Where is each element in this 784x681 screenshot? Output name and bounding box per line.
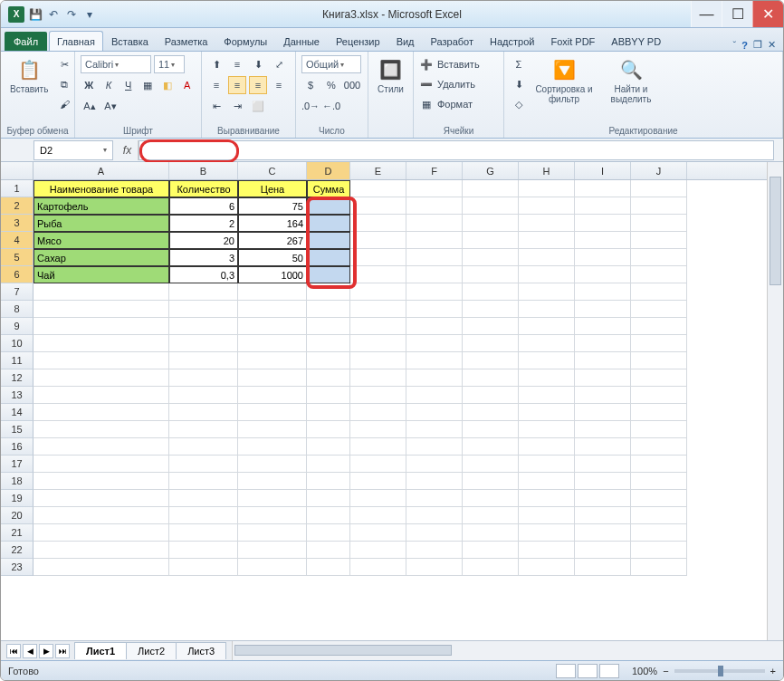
cell-C6[interactable]: 1000 — [238, 266, 307, 283]
cell-F11[interactable] — [406, 352, 463, 369]
cell-G20[interactable] — [463, 507, 519, 524]
cell-H1[interactable] — [519, 180, 575, 197]
cell-G3[interactable] — [463, 215, 519, 232]
cell-G8[interactable] — [463, 301, 519, 318]
name-box[interactable]: D2▾ — [33, 140, 113, 160]
cell-D15[interactable] — [307, 421, 350, 438]
cell-G17[interactable] — [463, 456, 519, 473]
cell-F7[interactable] — [406, 283, 463, 301]
normal-view-button[interactable] — [556, 664, 576, 678]
column-header-J[interactable]: J — [631, 162, 687, 179]
cell-C8[interactable] — [238, 301, 307, 318]
cell-F5[interactable] — [406, 249, 463, 266]
zoom-level[interactable]: 100% — [632, 666, 657, 676]
increase-indent-button[interactable]: ⇥ — [228, 97, 246, 115]
cell-C9[interactable] — [238, 318, 307, 335]
merge-button[interactable]: ⬜ — [249, 97, 267, 115]
cell-I5[interactable] — [575, 249, 631, 266]
align-left-button[interactable]: ≡ — [207, 76, 225, 94]
cell-J14[interactable] — [631, 404, 687, 421]
cell-I22[interactable] — [575, 542, 631, 559]
cell-G16[interactable] — [463, 438, 519, 456]
cell-J19[interactable] — [631, 490, 687, 507]
cell-C12[interactable] — [238, 369, 307, 387]
cell-A16[interactable] — [33, 438, 169, 456]
cell-I15[interactable] — [575, 421, 631, 438]
cell-E15[interactable] — [350, 421, 406, 438]
row-header-1[interactable]: 1 — [1, 180, 33, 197]
cell-D7[interactable] — [307, 283, 350, 301]
close-button[interactable]: ✕ — [752, 1, 783, 27]
find-select-button[interactable]: 🔍 Найти и выделить — [600, 55, 662, 106]
cell-G4[interactable] — [463, 232, 519, 249]
cell-A22[interactable] — [33, 542, 169, 559]
cell-B10[interactable] — [169, 335, 238, 352]
cell-C3[interactable]: 164 — [238, 215, 307, 232]
underline-button[interactable]: Ч — [120, 76, 137, 94]
cell-D12[interactable] — [307, 369, 350, 387]
row-header-9[interactable]: 9 — [1, 318, 33, 335]
cell-A19[interactable] — [33, 490, 169, 507]
cell-B15[interactable] — [169, 421, 238, 438]
cell-C11[interactable] — [238, 352, 307, 369]
grid[interactable]: 1Наименование товараКоличествоЦенаСумма2… — [1, 180, 783, 576]
undo-icon[interactable]: ↶ — [46, 7, 61, 22]
cell-E23[interactable] — [350, 559, 406, 576]
cell-C5[interactable]: 50 — [238, 249, 307, 266]
cell-J12[interactable] — [631, 369, 687, 387]
row-header-23[interactable]: 23 — [1, 559, 33, 576]
currency-button[interactable]: $ — [301, 76, 320, 94]
cell-A8[interactable] — [33, 301, 169, 318]
cell-B4[interactable]: 20 — [169, 232, 238, 249]
cell-C20[interactable] — [238, 507, 307, 524]
help-icon[interactable]: ? — [741, 40, 748, 51]
cell-D14[interactable] — [307, 404, 350, 421]
cell-J4[interactable] — [631, 232, 687, 249]
cell-C23[interactable] — [238, 559, 307, 576]
cell-H17[interactable] — [519, 456, 575, 473]
column-header-A[interactable]: A — [33, 162, 169, 179]
cell-E12[interactable] — [350, 369, 406, 387]
cell-J9[interactable] — [631, 318, 687, 335]
cell-J8[interactable] — [631, 301, 687, 318]
cell-H6[interactable] — [519, 266, 575, 283]
cell-G5[interactable] — [463, 249, 519, 266]
row-header-14[interactable]: 14 — [1, 404, 33, 421]
cell-C18[interactable] — [238, 473, 307, 490]
cell-G11[interactable] — [463, 352, 519, 369]
cell-J23[interactable] — [631, 559, 687, 576]
row-header-19[interactable]: 19 — [1, 490, 33, 507]
cell-I13[interactable] — [575, 387, 631, 404]
cell-D11[interactable] — [307, 352, 350, 369]
cell-C14[interactable] — [238, 404, 307, 421]
cell-I23[interactable] — [575, 559, 631, 576]
cell-J2[interactable] — [631, 197, 687, 215]
cell-F21[interactable] — [406, 524, 463, 542]
zoom-slider[interactable] — [674, 669, 765, 673]
cell-I11[interactable] — [575, 352, 631, 369]
cell-G14[interactable] — [463, 404, 519, 421]
cell-G1[interactable] — [463, 180, 519, 197]
cell-D19[interactable] — [307, 490, 350, 507]
cell-G7[interactable] — [463, 283, 519, 301]
restore-window-icon[interactable]: ❐ — [753, 39, 762, 51]
align-middle-button[interactable]: ≡ — [228, 55, 246, 73]
cell-E6[interactable] — [350, 266, 406, 283]
column-header-D[interactable]: D — [307, 162, 350, 179]
cell-D17[interactable] — [307, 456, 350, 473]
cell-H4[interactable] — [519, 232, 575, 249]
cell-H3[interactable] — [519, 215, 575, 232]
cell-E8[interactable] — [350, 301, 406, 318]
row-header-4[interactable]: 4 — [1, 232, 33, 249]
row-header-8[interactable]: 8 — [1, 301, 33, 318]
sheet-tab-1[interactable]: Лист2 — [126, 642, 177, 659]
ribbon-tab-1[interactable]: Вставка — [103, 31, 157, 51]
ribbon-tab-8[interactable]: Надстрой — [482, 31, 542, 51]
cell-H22[interactable] — [519, 542, 575, 559]
column-header-H[interactable]: H — [519, 162, 575, 179]
cell-B1[interactable]: Количество — [169, 180, 238, 197]
cell-F2[interactable] — [406, 197, 463, 215]
cell-C2[interactable]: 75 — [238, 197, 307, 215]
cell-D2[interactable] — [307, 197, 350, 215]
file-tab[interactable]: Файл — [5, 32, 47, 51]
